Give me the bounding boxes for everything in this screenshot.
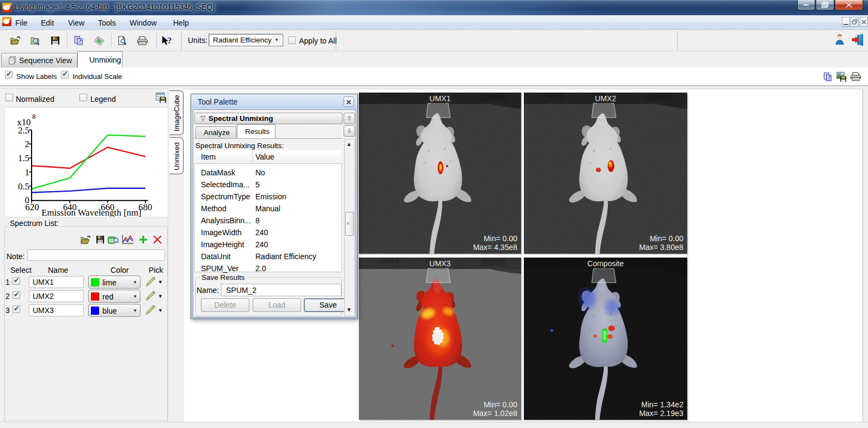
svg-text:Emission Wavelength [nm]: Emission Wavelength [nm] xyxy=(41,207,141,217)
svg-text:?: ? xyxy=(167,36,172,46)
svg-text:1.5: 1.5 xyxy=(18,153,29,163)
svg-text:0.5: 0.5 xyxy=(18,181,29,192)
svg-text:2.5: 2.5 xyxy=(18,125,29,136)
svg-text:1: 1 xyxy=(25,167,29,178)
svg-text:2: 2 xyxy=(25,139,29,149)
svg-text:8: 8 xyxy=(32,113,35,120)
svg-text:620: 620 xyxy=(25,202,39,212)
